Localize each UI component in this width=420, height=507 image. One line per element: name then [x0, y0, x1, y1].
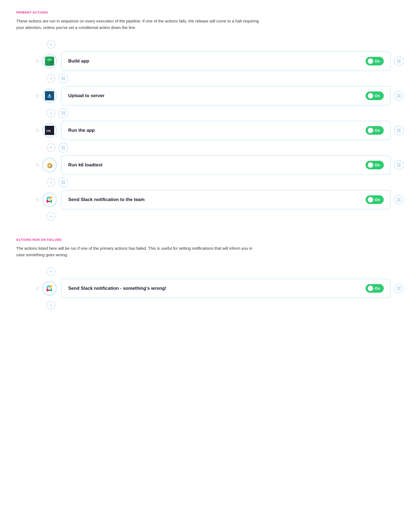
svg-point-2 — [36, 61, 37, 62]
svg-point-56 — [38, 164, 39, 164]
action-name-loadtest: Run k6 loadtest — [68, 162, 103, 168]
action-card-loadtest[interactable]: Run k6 loadtest On — [61, 155, 391, 175]
toggle-label-slack-team: On — [375, 197, 380, 202]
svg-rect-92 — [399, 200, 401, 201]
svg-point-20 — [36, 96, 37, 96]
svg-rect-69 — [62, 183, 63, 184]
action-row-run-app: SSH ___ Run the app On — [32, 121, 404, 140]
svg-rect-34 — [64, 111, 65, 113]
svg-rect-107 — [51, 285, 52, 287]
svg-rect-54 — [64, 148, 65, 149]
svg-rect-13 — [399, 61, 401, 63]
svg-rect-110 — [47, 290, 48, 291]
add-action-btn-bottom-primary[interactable]: + — [47, 212, 55, 221]
add-btn-row-bottom-primary: + — [32, 212, 55, 221]
svg-rect-53 — [62, 148, 63, 149]
failure-pipeline: + — [16, 266, 404, 311]
action-name-build-app: Build app — [68, 58, 89, 64]
action-row-slack-team: Send Slack notification to the team On — [32, 190, 404, 209]
drag-handle-loadtest[interactable] — [32, 160, 42, 170]
conditional-btn-1[interactable] — [58, 74, 68, 83]
toggle-loadtest[interactable]: On — [366, 161, 384, 169]
settings-btn-loadtest[interactable] — [394, 160, 404, 170]
add-btn-row-top-failure: + — [32, 267, 55, 276]
add-btn-row-top-primary: + — [32, 40, 55, 49]
add-action-btn-bottom-failure[interactable]: + — [47, 301, 55, 310]
svg-point-38 — [38, 129, 39, 130]
svg-rect-11 — [399, 60, 401, 61]
svg-rect-90 — [399, 198, 401, 199]
conditional-btn-4[interactable] — [58, 177, 68, 187]
settings-btn-build-app[interactable] — [394, 56, 404, 66]
drag-handle-build-app[interactable] — [32, 56, 42, 66]
svg-rect-49 — [397, 131, 399, 132]
action-name-run-app: Run the app — [68, 128, 95, 133]
settings-btn-upload-server[interactable] — [394, 91, 404, 101]
svg-rect-50 — [399, 131, 401, 132]
svg-rect-28 — [49, 96, 50, 96]
svg-rect-47 — [397, 129, 399, 130]
drag-handle-upload-server[interactable] — [32, 91, 42, 101]
svg-point-40 — [38, 130, 39, 131]
add-btn-row-4: + — [32, 177, 86, 187]
svg-point-18 — [36, 94, 37, 95]
toggle-slack-failure[interactable]: On — [366, 284, 384, 293]
svg-text:SSH: SSH — [46, 130, 51, 132]
drag-handle-slack-team[interactable] — [32, 195, 42, 205]
add-action-btn-3[interactable]: + — [47, 143, 55, 152]
loadtest-icon — [45, 160, 54, 170]
svg-rect-31 — [397, 96, 399, 97]
action-name-slack-failure: Send Slack notification - something's wr… — [68, 286, 166, 291]
svg-rect-104 — [51, 289, 52, 290]
svg-point-41 — [36, 131, 37, 132]
settings-btn-slack-failure[interactable] — [394, 284, 404, 293]
failure-actions-description: The actions listed here will be run if o… — [16, 245, 260, 258]
svg-point-97 — [36, 289, 37, 290]
add-action-btn-top-primary[interactable]: + — [47, 40, 55, 49]
svg-rect-15 — [64, 77, 65, 78]
svg-point-72 — [38, 198, 39, 199]
svg-point-76 — [38, 200, 39, 201]
add-action-btn-top-failure[interactable]: + — [47, 267, 55, 276]
drag-handle-run-app[interactable] — [32, 126, 42, 135]
svg-point-22 — [36, 97, 37, 97]
svg-rect-36 — [64, 113, 65, 115]
action-row-build-app: Build app On — [32, 51, 404, 71]
action-card-build-app[interactable]: Build app On — [61, 51, 391, 71]
svg-rect-112 — [399, 287, 401, 288]
toggle-circle-slack-team — [368, 197, 373, 202]
toggle-build-app[interactable]: On — [366, 57, 384, 65]
action-row-loadtest: Run k6 loadtest On — [32, 155, 404, 175]
drag-handle-slack-failure[interactable] — [32, 284, 42, 293]
primary-actions-description: These actions are run in sequence on eve… — [16, 18, 260, 31]
svg-point-1 — [38, 60, 39, 61]
settings-btn-slack-team[interactable] — [394, 195, 404, 205]
action-card-slack-team[interactable]: Send Slack notification to the team On — [61, 190, 391, 209]
add-action-btn-2[interactable]: + — [47, 109, 55, 117]
add-btn-row-2: + — [32, 108, 86, 118]
svg-rect-66 — [399, 165, 401, 167]
action-card-slack-failure[interactable]: Send Slack notification - something's wr… — [61, 279, 391, 298]
svg-rect-85 — [51, 197, 52, 198]
conditional-btn-2[interactable] — [58, 108, 68, 118]
svg-rect-64 — [399, 163, 401, 165]
svg-rect-30 — [399, 94, 401, 96]
add-btn-row-3: + — [32, 143, 86, 153]
settings-btn-run-app[interactable] — [394, 126, 404, 135]
svg-point-37 — [36, 129, 37, 130]
toggle-slack-team[interactable]: On — [366, 195, 384, 204]
action-card-upload-server[interactable]: Upload to server On — [61, 86, 391, 106]
toggle-upload-server[interactable]: On — [366, 91, 384, 100]
svg-rect-67 — [62, 181, 63, 182]
toggle-circle-upload-server — [368, 93, 373, 98]
toggle-circle-slack-failure — [368, 286, 373, 291]
svg-rect-91 — [397, 200, 399, 201]
add-action-btn-1[interactable]: + — [47, 74, 55, 83]
toggle-run-app[interactable]: On — [366, 126, 384, 135]
svg-point-0 — [36, 60, 37, 61]
action-card-run-app[interactable]: Run the app On — [61, 121, 391, 140]
toggle-label-run-app: On — [375, 128, 380, 133]
svg-rect-29 — [397, 94, 399, 96]
conditional-btn-3[interactable] — [58, 143, 68, 153]
add-action-btn-4[interactable]: + — [47, 178, 55, 187]
